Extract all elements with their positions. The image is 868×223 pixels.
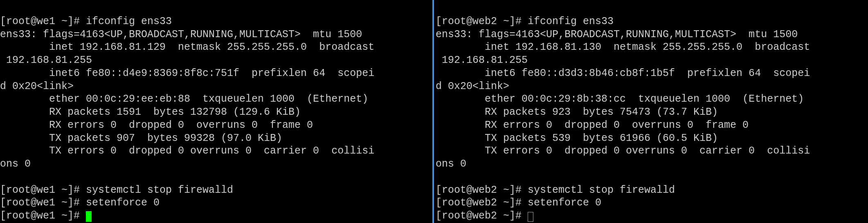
output-line: ons 0 bbox=[436, 158, 466, 170]
output-line: 192.168.81.255 bbox=[0, 54, 92, 66]
output-line: ens33: flags=4163<UP,BROADCAST,RUNNING,M… bbox=[0, 29, 362, 40]
output-line: inet 192.168.81.129 netmask 255.255.255.… bbox=[0, 41, 374, 53]
prompt-line: [root@web2 ~]# ifconfig ens33 bbox=[436, 16, 614, 27]
output-line: d 0x20<link> bbox=[0, 80, 74, 92]
prompt-line: [root@we1 ~]# ifconfig ens33 bbox=[0, 16, 172, 27]
output-line: TX packets 907 bytes 99328 (97.0 KiB) bbox=[0, 132, 282, 144]
prompt-line: [root@we1 ~]# systemctl stop firewalld bbox=[0, 184, 233, 196]
output-line: inet6 fe80::d3d3:8b46:cb8f:1b5f prefixle… bbox=[436, 67, 810, 79]
output-line: 192.168.81.255 bbox=[436, 54, 528, 66]
prompt-line: [root@we1 ~]# bbox=[0, 210, 92, 222]
output-line: TX packets 539 bytes 61966 (60.5 KiB) bbox=[436, 132, 718, 144]
output-line: ether 00:0c:29:8b:38:cc txqueuelen 1000 … bbox=[436, 93, 804, 105]
terminal-right[interactable]: [root@web2 ~]# ifconfig ens33 ens33: fla… bbox=[434, 0, 868, 223]
output-line: d 0x20<link> bbox=[436, 80, 509, 92]
cursor-icon bbox=[86, 211, 92, 222]
output-line: RX errors 0 dropped 0 overruns 0 frame 0 bbox=[436, 119, 749, 131]
cursor-icon bbox=[528, 212, 533, 222]
output-line: ens33: flags=4163<UP,BROADCAST,RUNNING,M… bbox=[436, 29, 798, 40]
output-line: inet 192.168.81.130 netmask 255.255.255.… bbox=[436, 41, 810, 53]
output-line: RX packets 1591 bytes 132798 (129.6 KiB) bbox=[0, 106, 301, 118]
terminal-left[interactable]: [root@we1 ~]# ifconfig ens33 ens33: flag… bbox=[0, 0, 434, 223]
prompt-line: [root@web2 ~]# bbox=[436, 210, 533, 222]
output-line: RX packets 923 bytes 75473 (73.7 KiB) bbox=[436, 106, 718, 118]
output-line: TX errors 0 dropped 0 overruns 0 carrier… bbox=[436, 145, 810, 157]
output-line: TX errors 0 dropped 0 overruns 0 carrier… bbox=[0, 145, 374, 157]
output-line: RX errors 0 dropped 0 overruns 0 frame 0 bbox=[0, 119, 313, 131]
output-line: ons 0 bbox=[0, 158, 31, 170]
prompt-line: [root@we1 ~]# setenforce 0 bbox=[0, 197, 160, 209]
prompt-line: [root@web2 ~]# setenforce 0 bbox=[436, 197, 601, 209]
prompt-line: [root@web2 ~]# systemctl stop firewalld bbox=[436, 184, 675, 196]
output-line: inet6 fe80::d4e9:8369:8f8c:751f prefixle… bbox=[0, 67, 374, 79]
output-line: ether 00:0c:29:ee:eb:88 txqueuelen 1000 … bbox=[0, 93, 368, 105]
